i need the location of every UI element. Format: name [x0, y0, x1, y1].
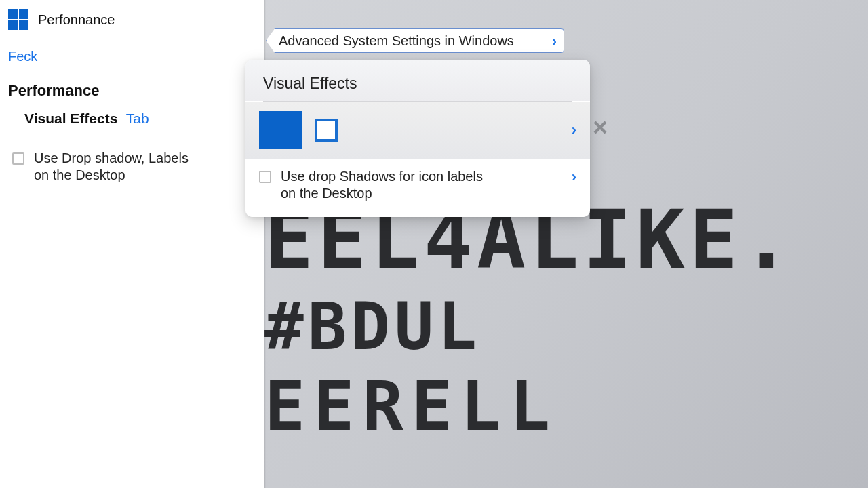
swatch-group: [259, 111, 338, 149]
sidebar: Perfonnance Feck Performance › Visual Ef…: [0, 0, 264, 488]
breadcrumb-label: Advanced System Settings in Windows: [279, 33, 514, 49]
sidebar-link-feck[interactable]: Feck: [8, 37, 256, 75]
breadcrumb[interactable]: Advanced System Settings in Windows ›: [266, 28, 564, 53]
sidebar-subitem-visual-effects[interactable]: Visual Effects Tab ✕: [8, 106, 256, 131]
chevron-right-icon: ›: [552, 33, 557, 49]
sidebar-option-drop-shadow[interactable]: Use Drop shadow, Labels on the Desktop ›: [8, 131, 256, 188]
close-icon[interactable]: [591, 119, 609, 136]
swatch-filled-icon[interactable]: [259, 111, 302, 149]
sidebar-subitem-tag: Tab: [126, 110, 149, 126]
app-header: Perfonnance: [8, 7, 256, 37]
card-row-swatches[interactable]: ›: [245, 102, 590, 159]
chevron-right-icon[interactable]: ›: [572, 121, 576, 139]
app-title: Perfonnance: [38, 12, 115, 28]
visual-effects-card: Visual Effects › Use drop Shadows for ic…: [245, 60, 590, 217]
card-option-label: Use drop Shadows for icon labels on the …: [281, 168, 498, 202]
card-row-option[interactable]: Use drop Shadows for icon labels on the …: [245, 159, 590, 217]
checkbox-icon[interactable]: [259, 171, 271, 183]
card-title: Visual Effects: [245, 60, 590, 101]
chevron-right-icon[interactable]: ›: [572, 168, 576, 186]
sidebar-item-label: Performance: [8, 82, 100, 100]
sidebar-option-label: Use Drop shadow, Labels on the Desktop: [34, 150, 197, 184]
windows-logo-icon: [8, 9, 28, 30]
checkbox-icon[interactable]: [12, 152, 24, 165]
sidebar-subitem-label: Visual Effects: [24, 110, 117, 126]
sidebar-item-performance[interactable]: Performance ›: [8, 75, 256, 106]
background-text: EEL4ALIKE. #BDUL EERELL: [264, 182, 795, 449]
swatch-outline-icon[interactable]: [315, 119, 338, 142]
